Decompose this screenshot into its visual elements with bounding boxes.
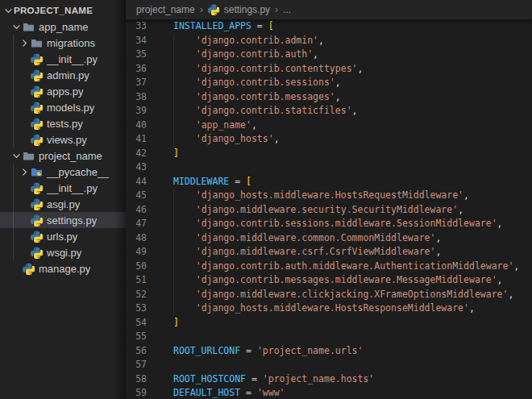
breadcrumb-segment-settings-py[interactable]: settings.py	[208, 4, 270, 16]
code-line[interactable]: 52 'django.middleware.clickjacking.XFram…	[126, 288, 532, 302]
code-line[interactable]: 39 'django.contrib.staticfiles',	[126, 104, 532, 118]
code-line[interactable]: 51 'django.contrib.messages.middleware.M…	[126, 273, 532, 288]
tree-chevron[interactable]	[19, 38, 30, 48]
code-line[interactable]: 53 'django_hosts.middleware.HostsRespons…	[126, 301, 532, 316]
tree-chevron[interactable]	[19, 167, 30, 177]
code-line[interactable]: 35 'django.contrib.auth',	[126, 48, 532, 62]
code-line[interactable]: 54]	[126, 316, 532, 330]
python-file-icon	[30, 246, 43, 259]
code-string: 'django.middleware.common.CommonMiddlewa…	[196, 232, 436, 243]
breadcrumb-segment-[interactable]: ...	[283, 4, 291, 15]
code-line[interactable]: 37 'django.contrib.sessions',	[126, 76, 532, 90]
python-file-icon	[22, 262, 35, 275]
code-line[interactable]: 40 'app_name',	[126, 118, 532, 133]
code-line[interactable]: 36 'django.contrib.contenttypes',	[126, 62, 532, 77]
code-line[interactable]: 42]	[126, 147, 532, 161]
code-line[interactable]: 38 'django.contrib.messages',	[126, 90, 532, 105]
folder-icon	[30, 36, 43, 49]
code-line[interactable]: 34 'django.contrib.admin',	[126, 34, 532, 48]
code-punctuation: ,	[463, 189, 469, 201]
code-string: 'project_name.hosts'	[263, 373, 374, 384]
line-content: 'django.middleware.security.SecurityMidd…	[173, 203, 532, 218]
code-line[interactable]: 45 'django_hosts.middleware.HostsRequest…	[126, 189, 532, 203]
indent-whitespace	[173, 63, 196, 74]
code-string: 'django_hosts'	[196, 133, 274, 144]
code-string: 'django.middleware.clickjacking.XFrameOp…	[196, 289, 509, 300]
tree-item-label: app_name	[39, 21, 88, 33]
code-line[interactable]: 44MIDDLEWARE = [	[126, 175, 532, 189]
code-line[interactable]: 46 'django.middleware.security.SecurityM…	[126, 203, 532, 218]
tree-item-tests-py[interactable]: tests.py	[0, 115, 126, 131]
tree-item-init-py[interactable]: __init__.py	[0, 180, 126, 196]
code-line[interactable]: 41 'django_hosts',	[126, 132, 532, 147]
tree-item-project-name[interactable]: PROJECT_NAME	[0, 2, 126, 19]
chevron-down-icon[interactable]	[3, 6, 14, 16]
indent-guide	[173, 301, 174, 316]
code-line[interactable]: 56ROOT_URLCONF = 'project_name.urls'	[126, 344, 532, 359]
line-content: INSTALLED_APPS = [	[173, 19, 532, 34]
tree-item-wsgi-py[interactable]: wsgi.py	[0, 244, 126, 260]
breadcrumb-segment-project-name[interactable]: project_name	[136, 4, 195, 15]
chevron-down-icon[interactable]	[11, 151, 22, 161]
chevron-down-icon[interactable]	[11, 22, 22, 32]
indent-guide	[173, 273, 174, 288]
python-file-icon	[30, 52, 43, 65]
line-content: DEFAULT_HOST = 'www'	[173, 386, 532, 399]
tree-item-views-py[interactable]: views.py	[0, 131, 126, 148]
line-number: 47	[126, 217, 147, 231]
explorer-sidebar: PROJECT_NAME app_name migrations __init_…	[0, 0, 126, 399]
line-number: 41	[126, 132, 147, 147]
code-line[interactable]: 47 'django.contrib.sessions.middleware.S…	[126, 217, 532, 231]
python-file-icon	[208, 4, 220, 16]
tree-item-migrations[interactable]: migrations	[0, 35, 126, 51]
tree-item-admin-py[interactable]: admin.py	[0, 67, 126, 83]
tree-item-pycache[interactable]: __pycache__	[0, 164, 126, 180]
code-punctuation: =	[229, 176, 246, 187]
tree-item-apps-py[interactable]: apps.py	[0, 83, 126, 99]
code-string: 'django.contrib.messages'	[196, 91, 335, 102]
indent-guide	[173, 288, 174, 302]
tree-item-urls-py[interactable]: urls.py	[0, 228, 126, 244]
line-content: 'django_hosts.middleware.HostsResponseMi…	[173, 301, 532, 316]
tree-item-init-py[interactable]: __init__.py	[0, 51, 126, 67]
python-icon	[31, 118, 43, 130]
code-line[interactable]: 50 'django.contrib.auth.middleware.Authe…	[126, 260, 532, 274]
line-number: 51	[126, 273, 147, 288]
code-line[interactable]: 33INSTALLED_APPS = [	[126, 19, 532, 34]
python-file-icon	[30, 181, 43, 194]
tree-item-settings-py[interactable]: settings.py	[0, 212, 126, 228]
tree-item-app-name[interactable]: app_name	[0, 19, 126, 35]
code-bracket: [	[246, 176, 251, 187]
tree-item-models-py[interactable]: models.py	[0, 99, 126, 115]
tree-item-label: admin.py	[47, 69, 89, 81]
tree-item-label: apps.py	[47, 85, 84, 98]
code-line[interactable]: 59DEFAULT_HOST = 'www'	[126, 386, 532, 399]
line-content: 'django.contrib.auth.middleware.Authenti…	[173, 260, 532, 274]
code-punctuation: =	[251, 20, 268, 31]
tree-item-manage-py[interactable]: manage.py	[0, 260, 126, 276]
code-editor[interactable]: 33INSTALLED_APPS = [34 'django.contrib.a…	[126, 19, 532, 399]
line-content	[173, 330, 532, 344]
tree-chevron[interactable]	[2, 6, 14, 16]
tree-item-label: PROJECT_NAME	[14, 6, 93, 15]
tree-chevron[interactable]	[10, 22, 22, 32]
code-line[interactable]: 55	[126, 330, 532, 344]
chevron-right-icon[interactable]	[19, 38, 30, 48]
line-content: 'django.contrib.staticfiles',	[173, 104, 532, 118]
line-number: 33	[126, 19, 147, 34]
tree-chevron[interactable]	[10, 151, 22, 161]
code-line[interactable]: 43	[126, 160, 532, 175]
code-line[interactable]: 58ROOT_HOSTCONF = 'project_name.hosts'	[126, 372, 532, 387]
line-number: 42	[126, 147, 147, 161]
chevron-right-icon[interactable]	[19, 167, 30, 177]
code-punctuation: ,	[435, 246, 441, 257]
tree-item-label: __init__.py	[47, 182, 98, 194]
tree-item-project-name[interactable]: project_name	[0, 148, 126, 164]
indent-guide	[173, 245, 174, 260]
tree-item-label: __init__.py	[47, 53, 98, 65]
code-line[interactable]: 49 'django.middleware.csrf.CsrfViewMiddl…	[126, 245, 532, 260]
code-line[interactable]: 57	[126, 358, 532, 372]
indent-whitespace	[173, 119, 196, 131]
tree-item-asgi-py[interactable]: asgi.py	[0, 196, 126, 212]
code-line[interactable]: 48 'django.middleware.common.CommonMiddl…	[126, 231, 532, 246]
